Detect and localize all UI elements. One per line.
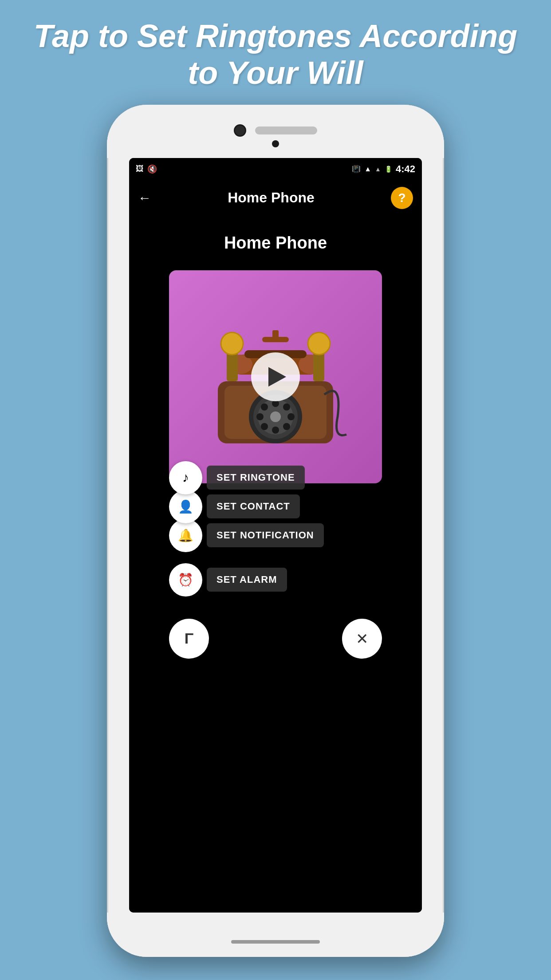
svg-point-6 (283, 403, 290, 411)
content-title: Home Phone (224, 233, 327, 253)
set-contact-button[interactable]: SET CONTACT (207, 494, 300, 518)
music-note-icon: ♪ (182, 470, 189, 485)
trim-button[interactable]: Γ (169, 619, 209, 659)
battery-status-icon: 🔋 (385, 166, 392, 173)
status-bar: 🖼 🔇 📳 ▲ ▲ 🔋 4:42 (129, 158, 422, 180)
svg-point-7 (287, 413, 295, 420)
notification-icon-button[interactable]: 🔔 (169, 519, 202, 552)
contact-icon: 👤 (178, 499, 193, 514)
set-contact-row: 👤 SET CONTACT (169, 490, 382, 523)
svg-point-8 (283, 423, 290, 430)
phone-speaker (255, 126, 317, 134)
image-status-icon: 🖼 (136, 164, 144, 174)
app-bar: ← Home Phone ? (129, 180, 422, 216)
svg-point-11 (256, 413, 264, 420)
action-area: ♪ SET RINGTONE 👤 SET CONTACT (169, 270, 382, 597)
svg-point-13 (270, 411, 281, 422)
ringtone-icon-button[interactable]: ♪ (169, 461, 202, 494)
svg-point-10 (261, 423, 268, 430)
vibrate-status-icon: 📳 (352, 165, 361, 173)
help-button[interactable]: ? (391, 187, 413, 209)
set-notification-row: 🔔 SET NOTIFICATION (169, 519, 382, 552)
trim-icon: Γ (185, 630, 193, 647)
top-tagline-area: Tap to Set Ringtones According to Your W… (0, 0, 551, 105)
tagline-text: Tap to Set Ringtones According to Your W… (27, 18, 524, 91)
wifi-status-icon: ▲ (364, 165, 371, 173)
status-time: 4:42 (396, 163, 415, 175)
alarm-icon-button[interactable]: ⏰ (169, 563, 202, 597)
svg-rect-22 (272, 330, 279, 341)
front-camera-icon (234, 124, 246, 137)
close-icon: ✕ (356, 630, 368, 648)
phone-outer: 🖼 🔇 📳 ▲ ▲ 🔋 4:42 ← Home Phone ? (107, 105, 444, 957)
app-bar-title: Home Phone (228, 190, 315, 206)
back-button[interactable]: ← (138, 190, 151, 205)
phone-camera-area (234, 124, 317, 137)
play-triangle-icon (268, 367, 286, 387)
phone-screen: 🖼 🔇 📳 ▲ ▲ 🔋 4:42 ← Home Phone ? (129, 158, 422, 913)
screen-content: Home Phone (129, 216, 422, 913)
set-ringtone-button[interactable]: SET RINGTONE (207, 466, 305, 490)
svg-point-9 (272, 427, 279, 434)
sensor-icon (272, 140, 279, 147)
alarm-icon: ⏰ (178, 573, 193, 587)
signal-status-icon: ▲ (375, 166, 381, 173)
svg-point-12 (261, 403, 268, 411)
bell-icon: 🔔 (178, 528, 193, 543)
status-bar-left: 🖼 🔇 (136, 164, 157, 174)
status-bar-right: 📳 ▲ ▲ 🔋 4:42 (352, 163, 415, 175)
set-alarm-button[interactable]: SET ALARM (207, 568, 287, 592)
set-notification-button[interactable]: SET NOTIFICATION (207, 523, 324, 547)
set-ringtone-row: ♪ SET RINGTONE (169, 461, 382, 494)
svg-point-20 (308, 332, 330, 355)
contact-icon-button[interactable]: 👤 (169, 490, 202, 523)
close-button[interactable]: ✕ (342, 619, 382, 659)
phone-top-bar (107, 105, 444, 158)
set-alarm-row: ⏰ SET ALARM (169, 563, 382, 597)
svg-point-19 (221, 332, 243, 355)
ringtone-image (169, 270, 382, 483)
phone-wrapper: 🖼 🔇 📳 ▲ ▲ 🔋 4:42 ← Home Phone ? (107, 105, 444, 980)
bottom-buttons-area: Γ ✕ (169, 619, 382, 659)
play-button[interactable] (251, 352, 300, 401)
phone-bottom (107, 913, 444, 957)
notification-status-icon: 🔇 (147, 164, 157, 174)
home-indicator (231, 940, 320, 944)
